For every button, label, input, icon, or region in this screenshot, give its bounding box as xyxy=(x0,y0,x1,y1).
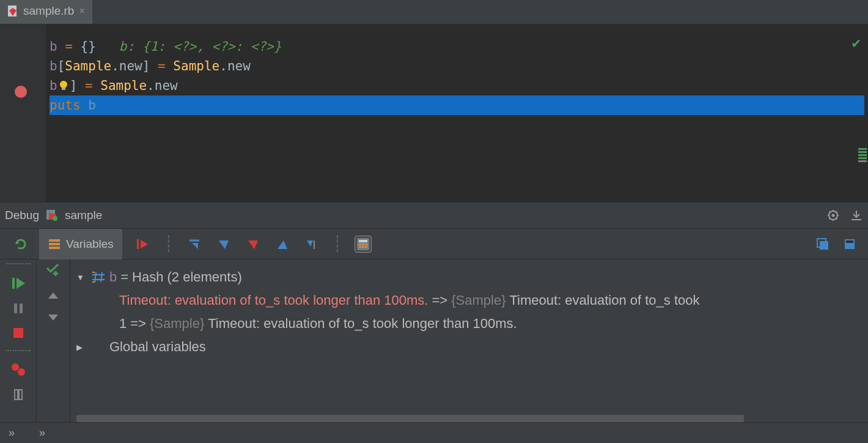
variables-icon xyxy=(48,237,61,251)
run-config-icon xyxy=(45,209,59,222)
svg-point-39 xyxy=(18,368,25,376)
svg-rect-28 xyxy=(365,246,367,248)
expand-arrow-right-icon[interactable]: ▶ xyxy=(76,343,87,352)
timeout-key: Timeout: evaluation of to_s took longer … xyxy=(119,292,428,308)
svg-rect-41 xyxy=(17,390,20,400)
variable-row-b[interactable]: ▼ b = Hash (2 elements) xyxy=(76,266,868,289)
variable-row-globals[interactable]: ▶ Global variables xyxy=(76,335,868,359)
code-line[interactable]: b] = Sample.new xyxy=(50,76,864,95)
variable-name: b xyxy=(109,269,117,285)
close-tab-icon[interactable]: × xyxy=(79,6,84,17)
svg-rect-25 xyxy=(365,244,367,245)
evaluate-expression-icon[interactable] xyxy=(355,236,372,253)
horizontal-scrollbar[interactable] xyxy=(76,415,862,422)
svg-rect-23 xyxy=(359,244,361,245)
inspection-ok-icon: ✔ xyxy=(852,33,861,53)
tab-bar: sample.rb × xyxy=(0,0,868,24)
separator: ┊ xyxy=(333,234,342,253)
breakpoint-icon[interactable] xyxy=(15,86,27,98)
debug-toolwindow-header: Debug sample xyxy=(0,202,868,229)
svg-rect-11 xyxy=(49,243,60,245)
intention-bulb-icon[interactable] xyxy=(57,80,70,92)
svg-marker-15 xyxy=(192,243,198,249)
svg-rect-22 xyxy=(359,240,367,242)
separator xyxy=(6,263,31,266)
svg-rect-24 xyxy=(362,244,364,245)
svg-rect-20 xyxy=(314,240,315,249)
editor-tab[interactable]: sample.rb × xyxy=(0,0,92,24)
debug-toolbar: Variables ┊ ┊ xyxy=(0,229,868,259)
svg-rect-30 xyxy=(820,241,828,250)
run-config-name[interactable]: sample xyxy=(65,209,102,222)
view-breakpoints-icon[interactable] xyxy=(10,362,26,378)
code-line-current[interactable]: puts b xyxy=(50,95,864,115)
svg-marker-42 xyxy=(48,292,58,299)
code-line[interactable]: b = {} b: {1: <?>, <?>: <?>} xyxy=(50,37,864,56)
svg-point-38 xyxy=(12,363,19,371)
svg-rect-36 xyxy=(20,303,23,313)
svg-rect-13 xyxy=(137,239,139,249)
variables-tab-label: Variables xyxy=(66,237,114,251)
separator xyxy=(6,350,31,352)
stop-icon[interactable] xyxy=(11,326,26,340)
step-out-icon[interactable] xyxy=(274,236,291,253)
svg-point-8 xyxy=(832,214,835,217)
collapse-down-icon[interactable] xyxy=(47,313,59,322)
svg-rect-27 xyxy=(362,246,364,248)
svg-marker-34 xyxy=(17,278,25,289)
svg-rect-32 xyxy=(846,240,853,243)
marker-stripe xyxy=(857,147,868,171)
variable-child-row[interactable]: Timeout: evaluation of to_s took longer … xyxy=(76,289,868,312)
svg-marker-17 xyxy=(248,240,258,249)
resume-icon[interactable] xyxy=(10,275,26,291)
svg-rect-35 xyxy=(14,303,17,313)
tab-filename: sample.rb xyxy=(23,4,74,18)
expand-chevron-icon[interactable]: » xyxy=(39,426,45,439)
step-into-icon[interactable] xyxy=(215,236,232,253)
hash-type-icon xyxy=(91,271,106,283)
svg-rect-12 xyxy=(49,247,60,249)
variables-side-toolbar xyxy=(37,259,70,443)
show-execution-point-icon[interactable] xyxy=(134,236,152,253)
variable-key: 1 xyxy=(119,316,127,332)
collapse-up-icon[interactable] xyxy=(47,291,59,300)
svg-rect-10 xyxy=(49,239,60,242)
svg-marker-14 xyxy=(141,240,148,248)
globals-label: Global variables xyxy=(109,339,206,355)
svg-marker-43 xyxy=(48,315,58,321)
mute-breakpoints-icon[interactable] xyxy=(11,388,26,403)
ruby-file-icon xyxy=(7,6,18,17)
svg-point-2 xyxy=(60,81,67,88)
step-over-icon[interactable] xyxy=(186,236,203,253)
code-area[interactable]: ✔ b = {} b: {1: <?>, <?>: <?>} b[Sample.… xyxy=(46,24,868,202)
variables-tab[interactable]: Variables xyxy=(39,229,122,259)
variable-child-row[interactable]: 1 => {Sample} Timeout: evaluation of to_… xyxy=(76,312,868,335)
bottom-bar: » » xyxy=(0,422,868,443)
restart-icon[interactable] xyxy=(13,236,29,252)
add-watch-icon[interactable] xyxy=(45,262,61,278)
scrollbar-thumb[interactable] xyxy=(76,415,744,422)
debug-left-toolbar xyxy=(0,259,37,443)
editor-area: ✔ b = {} b: {1: <?>, <?>: <?>} b[Sample.… xyxy=(0,24,868,202)
svg-rect-37 xyxy=(13,328,23,338)
expand-chevron-icon[interactable]: » xyxy=(9,426,15,439)
svg-rect-33 xyxy=(12,278,15,289)
svg-rect-3 xyxy=(62,87,65,90)
code-line[interactable]: b[Sample.new] = Sample.new xyxy=(50,56,864,76)
gutter[interactable] xyxy=(0,24,46,202)
force-step-into-icon[interactable] xyxy=(245,236,262,253)
separator: ┊ xyxy=(164,234,174,253)
debug-label: Debug xyxy=(5,209,39,222)
run-to-cursor-icon[interactable] xyxy=(303,236,320,253)
svg-rect-26 xyxy=(359,246,361,248)
expand-arrow-down-icon[interactable]: ▼ xyxy=(76,273,87,282)
pause-icon[interactable] xyxy=(11,301,26,316)
download-icon[interactable] xyxy=(850,209,863,222)
restore-layout-icon[interactable] xyxy=(814,236,831,253)
svg-marker-16 xyxy=(219,240,229,249)
svg-point-6 xyxy=(53,216,57,221)
svg-marker-19 xyxy=(307,240,313,247)
settings-icon[interactable] xyxy=(841,236,858,253)
gear-icon[interactable] xyxy=(826,209,840,222)
svg-marker-18 xyxy=(278,240,287,249)
